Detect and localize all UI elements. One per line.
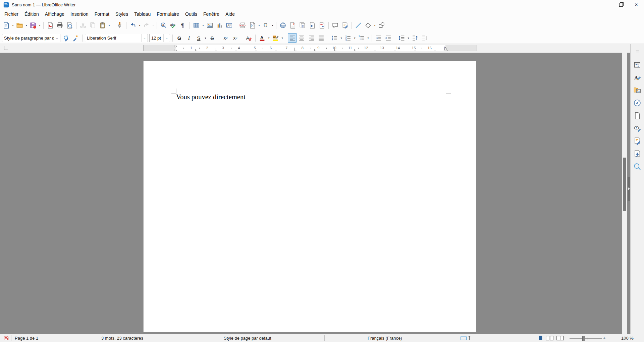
sidebar-tab-find[interactable] [632,161,643,172]
basic-shapes-dropdown[interactable]: ▾ [373,21,377,30]
minimize-button[interactable] [598,0,613,9]
insert-table-button[interactable] [192,21,201,30]
document-area[interactable]: Vous pouvez directement [0,53,630,334]
underline-button[interactable]: S [194,33,204,43]
outline-list-button[interactable]: 1 [357,33,366,43]
align-center-button[interactable] [297,33,307,43]
font-color-dropdown[interactable]: ▾ [267,33,271,43]
insert-comment-button[interactable] [330,21,340,30]
insert-endnote-button[interactable]: [i] [298,21,307,30]
selection-mode-status[interactable] [460,334,472,342]
find-replace-button[interactable]: a [159,21,168,30]
insert-textbox-button[interactable]: A [224,21,234,30]
subscript-button[interactable]: x2 [230,33,240,43]
zoom-slider-track[interactable] [570,338,602,339]
insert-hyperlink-button[interactable] [278,21,288,30]
highlight-color-button[interactable]: ab [271,33,280,43]
menu-aide[interactable]: Aide [222,10,238,18]
clear-formatting-button[interactable]: A [244,33,254,43]
zoom-level-status[interactable]: 100 % [621,334,634,342]
insert-table-dropdown[interactable]: ▾ [201,21,205,30]
menu-outils[interactable]: Outils [182,10,200,18]
maximize-restore-button[interactable] [613,0,629,9]
insert-chart-button[interactable] [215,21,224,30]
document-page[interactable]: Vous pouvez directement [143,61,476,332]
paste-dropdown[interactable]: ▾ [107,21,111,30]
word-count-status[interactable]: 3 mots, 23 caractères [101,334,143,342]
zoom-slider-thumb[interactable] [582,336,585,341]
insert-special-character-dropdown[interactable]: ▾ [271,21,274,30]
font-size-combo[interactable]: 12 pt ⌄ [149,34,170,42]
sidebar-tab-gallery[interactable] [632,85,643,96]
decrease-indent-button[interactable] [383,33,393,43]
menu-formulaire[interactable]: Formulaire [154,10,182,18]
scrollbar-thumb[interactable] [623,158,626,211]
language-status[interactable]: Français (France) [368,334,402,342]
export-pdf-button[interactable] [45,21,55,30]
sidebar-tab-properties[interactable] [632,59,643,70]
insert-special-character-button[interactable]: Ω [261,21,271,30]
sidebar-tab-manage-changes[interactable] [632,136,643,147]
strikethrough-button[interactable]: S [207,33,217,43]
sidebar-tab-accessibility-check[interactable] [632,149,643,159]
bullet-list-dropdown[interactable]: ▾ [339,33,343,43]
sidebar-toggle-handle[interactable] [628,177,630,201]
menu-fichier[interactable]: Fichier [1,10,21,18]
numbered-list-button[interactable]: 123 [343,33,353,43]
bold-button[interactable]: G [174,33,184,43]
vertical-scrollbar[interactable] [622,53,627,334]
sidebar-tab-navigator[interactable] [632,98,643,108]
menu-edition[interactable]: Édition [21,10,42,18]
undo-button[interactable] [128,21,138,30]
save-button[interactable] [28,21,38,30]
save-status-button[interactable] [3,334,9,342]
undo-dropdown[interactable]: ▾ [138,21,142,30]
combo-arrow-icon[interactable]: ⌄ [54,34,60,42]
insert-footnote-button[interactable]: 1 [288,21,298,30]
align-right-button[interactable] [307,33,316,43]
combo-arrow-icon[interactable]: ⌄ [141,34,148,42]
update-style-button[interactable] [61,33,71,43]
open-dropdown[interactable]: ▾ [24,21,28,30]
font-name-combo[interactable]: Liberation Serif ⌄ [85,34,148,42]
line-spacing-button[interactable] [397,33,407,43]
view-layout-multiple[interactable] [545,334,554,342]
italic-button[interactable]: I [184,33,194,43]
bullet-list-button[interactable] [330,33,339,43]
insert-image-button[interactable] [205,21,215,30]
sidebar-tab-style-inspector[interactable] [632,123,643,134]
sidebar-tab-styles[interactable]: A [632,72,643,83]
font-color-button[interactable]: A [257,33,267,43]
track-changes-button[interactable] [340,21,350,30]
save-dropdown[interactable]: ▾ [38,21,42,30]
outline-list-dropdown[interactable]: ▾ [366,33,370,43]
clone-formatting-button[interactable] [115,21,124,30]
superscript-button[interactable]: x2 [221,33,230,43]
underline-dropdown[interactable]: ▾ [204,33,207,43]
open-button[interactable] [15,21,24,30]
show-draw-functions-button[interactable] [377,21,386,30]
paragraph-style-combo[interactable]: Style de paragraphe par déf ⌄ [2,34,60,42]
document-text[interactable]: Vous pouvez directement [176,93,246,102]
align-left-button[interactable] [288,33,297,43]
insert-bookmark-button[interactable] [307,21,317,30]
menu-affichage[interactable]: Affichage [42,10,67,18]
basic-shapes-button[interactable] [363,21,373,30]
insert-field-dropdown[interactable]: ▾ [257,21,261,30]
increase-paragraph-spacing-button[interactable] [410,33,420,43]
print-button[interactable] [55,21,65,30]
insert-line-button[interactable] [354,21,363,30]
horizontal-ruler[interactable]: 1817161514131211109876543211 [143,45,477,51]
insert-cross-reference-button[interactable] [317,21,327,30]
menu-fenetre[interactable]: Fenêtre [200,10,222,18]
sidebar-settings-button[interactable]: ≡ [632,47,643,57]
page-number-status[interactable]: Page 1 de 1 [15,334,38,342]
zoom-in-button[interactable]: + [603,334,606,342]
new-document-button[interactable] [1,21,11,30]
sidebar-tab-page[interactable] [632,110,643,121]
formatting-marks-button[interactable]: ¶ [178,21,188,30]
new-style-button[interactable] [71,33,80,43]
numbered-list-dropdown[interactable]: ▾ [353,33,357,43]
menu-insertion[interactable]: Insertion [67,10,92,18]
page-style-status[interactable]: Style de page par défaut [224,334,271,342]
